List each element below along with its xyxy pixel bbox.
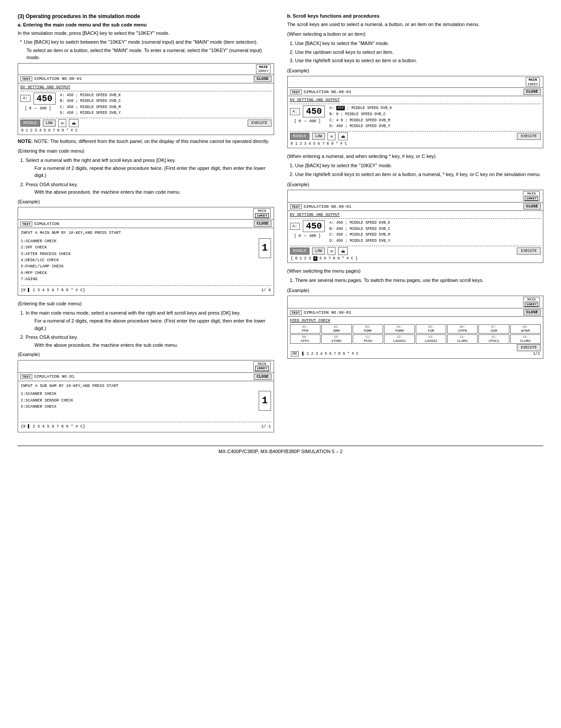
sim-numpad-text-2: {0 ▌ 2 3 4 5 6 7 8 9 * # C} <box>21 287 85 293</box>
sim-numpad-divider-3 <box>21 422 271 422</box>
step-main-1: Select a numeral with the right and left… <box>26 157 274 179</box>
sim-btn-middle-1[interactable]: MIDDLE <box>20 120 40 127</box>
sim-numpad-text-3: {0 ▌ 2 3 4 5 6 7 8 9 * # C} <box>21 424 85 430</box>
step-main-2: Press OSA shortcut key. With the above p… <box>26 181 274 196</box>
sim-screen-4: MAIN 10KEY TEST SIMULATION NO.08-01 CLOS… <box>287 76 544 148</box>
sim-numpad-divider-2 <box>21 285 271 286</box>
sim-btn-low-5[interactable]: LOW <box>312 248 325 255</box>
sim-icon-envelope-5[interactable]: ✉ <box>328 247 335 255</box>
sim-a-label-1: A: <box>20 95 30 102</box>
sim-close-btn-1[interactable]: CLOSE <box>254 76 271 82</box>
list-item-2-5: 5:PANEL/LAMP CHECK <box>21 263 254 270</box>
section-a-heading: a. Entering the main code menu and the s… <box>18 22 274 27</box>
sim-mode-box-5: MAIN 10KEY <box>523 191 540 201</box>
sim-list-items-3: 1:SCANNER CHECK 2:SCANNER SENSOR CHECK 5… <box>21 391 254 410</box>
list-item-3-5: 5:SCANNER CHECX <box>21 404 254 410</box>
sim-execute-btn-1[interactable]: EXECUTE <box>248 120 271 127</box>
sim-close-btn-6[interactable]: CLOSE <box>523 309 541 315</box>
cell-02: 02:RRM <box>321 324 352 334</box>
param-d-1: D: 450 ; MIDDLE SPEED DVB_Y <box>60 110 121 116</box>
steps-numeral-list: Use [BACK] key to select the "10KEY" mod… <box>295 162 544 178</box>
sim-screen-3-mode: MAIN 10KEY <box>253 361 270 372</box>
footer-text: MX-C400P/C380P, MX-B400P/B380P SIMULATIO… <box>218 449 343 454</box>
sim-mode-10key-6: 10KEY <box>525 302 538 307</box>
param-c-4: C: 4 0 ; MIDDLE SPEED DVB_M <box>329 118 392 124</box>
step-main-1-indent: For a numeral of 2 digits, repeat the ab… <box>34 165 274 179</box>
sim-icon-mountain-1[interactable]: ⛰ <box>69 119 79 127</box>
sim-numpad-row-1: 0 1 2 3 4 5 6 7 8 9 * # C <box>20 128 271 133</box>
step-sub-2-indent: With the above procedure, the machine en… <box>34 341 274 349</box>
when-numeral: (When entering a numeral, and when selec… <box>287 153 544 160</box>
sim-screen-4-title: SIMULATION NO.08-01 <box>304 90 351 94</box>
left-column: (3) Operating procedures in the simulati… <box>18 13 274 437</box>
list-item-2-6: 6:MFP CHECK <box>21 270 254 276</box>
sim-screen-5-titlerow: TEST SIMULATION NO.08-01 CLOSE <box>288 203 543 211</box>
sim-screen-3-topbar: MAIN 10KEY <box>18 360 274 373</box>
sim-execute-btn-4[interactable]: EXECUTE <box>517 133 541 140</box>
sim-btn-middle-5[interactable]: MIDDLE <box>290 248 310 255</box>
sim-btn-low-4[interactable]: LOW <box>312 133 325 140</box>
sim-num-indicator-2: 1 <box>259 238 271 258</box>
sim-screen-5-mode: MAIN 10KEY <box>523 191 540 201</box>
sim-mode-main-1: MAIN <box>258 65 268 69</box>
sim-screen-4-body: DV SETTING AND OUTPUT A: 450 [ 0 ～ 600 ]… <box>288 96 543 147</box>
sim-numpad-text-5: { 0 1 2 3 4 5 6 7 8 9 * # C } <box>291 256 358 261</box>
sim-btn-middle-4[interactable]: MIDDLE <box>290 133 310 140</box>
sim-numpad-footer-2: {0 ▌ 2 3 4 5 6 7 8 9 * # C} 1/ 9 <box>21 287 271 293</box>
sim-screen-3: MAIN 10KEY TEST SIMULATION NO.01 CLOSE I… <box>18 360 274 432</box>
example-button: (Example) <box>287 67 544 75</box>
param-c-1: C: 450 ; MIDDLE SPEED DVB_M <box>60 105 121 111</box>
sim-screen-4-mode: MAIN 10KEY <box>526 77 540 86</box>
entering-sub-label: (Entering the sub code menu) <box>18 300 274 308</box>
sim-list-items-2: 1:SCANNER CHECK 2:SPF CHECK 3:AFTER PROC… <box>21 238 254 283</box>
sim-numpad-row-4: 0 1 2 3 4 5 6 7 8 9 * # C <box>290 142 541 146</box>
sim-mode-10key-2: 10KEY <box>255 213 268 218</box>
sim-mode-main-5: MAIN <box>525 191 538 196</box>
sim-params-5: A: 450 ; MIDDLE SPEED DVB_K B: 450 ; MID… <box>329 220 390 244</box>
list-item-2-7: 7:AGING <box>21 276 254 282</box>
section-b-heading: b. Scroll keys functions and procedures <box>287 13 544 19</box>
sim-icon-envelope-4[interactable]: ✉ <box>328 132 335 140</box>
sim-execute-btn-5[interactable]: EXECUTE <box>517 248 541 255</box>
sim-screen-3-body: INPUT A SUB NUM BY 10-KEY,AND PRESS STAR… <box>18 381 274 432</box>
sim-list-content-2: 1:SCANNER CHECK 2:SPF CHECK 3:AFTER PROC… <box>21 238 271 283</box>
sim-num-indicator-3: 1 <box>259 391 271 411</box>
sim-icon-mountain-5[interactable]: ⛰ <box>338 247 348 255</box>
asterisk-star: * <box>20 39 22 45</box>
step-button-1: Use [BACK] key to select the "MAIN" mode… <box>295 40 544 48</box>
sim-screen-6-mode: MAIN 10KEY <box>523 297 540 307</box>
sim-subtitle-1: DV SETTING AND OUTPUT <box>20 85 271 90</box>
sim-screen-1-title: SIMULATION NO.08-01 <box>34 76 82 81</box>
cell-09: 09:CPFC <box>290 334 320 344</box>
sim-execute-btn-6[interactable]: EXECUTE <box>517 344 541 351</box>
sim-icon-mountain-4[interactable]: ⛰ <box>338 132 348 140</box>
sim-btn-low-1[interactable]: LOW <box>43 120 56 127</box>
sim-screen-6-topbar: MAIN 10KEY <box>288 296 543 308</box>
sim-params-4: A: 450 ; MIDDLE SPEED DVB_K B: 0 ; MIDDL… <box>329 105 392 129</box>
sim-screen-5: MAIN 10KEY TEST SIMULATION NO.08-01 CLOS… <box>287 190 544 263</box>
sim-test-badge-3: TEST <box>20 374 32 379</box>
sim-screen-1-body: DV SETTING AND OUTPUT A: 450 [ 0 ～ 600 ]… <box>18 83 274 135</box>
sim-close-btn-5[interactable]: CLOSE <box>523 203 541 210</box>
sim-mode-10key-5: 10KEY <box>525 196 538 201</box>
step-button-3: Use the right/left scroll keys to select… <box>295 57 544 65</box>
entering-main-label: (Entering the main code menu) <box>18 147 274 155</box>
sim-screen-1-titlerow: TEST SIMULATION NO.08-01 CLOSE <box>18 75 274 83</box>
param-c-5: C: 450 ; MIDDLE SPEED DVB_M <box>329 232 390 238</box>
sim-icon-envelope-1[interactable]: ✉ <box>58 119 66 127</box>
section-b-intro: The scroll keys are used to select a num… <box>287 21 544 28</box>
sim-close-btn-2[interactable]: CLOSE <box>254 221 271 227</box>
cell-10: 10:1TURC <box>321 334 352 344</box>
sim-close-btn-3[interactable]: CLOSE <box>254 374 271 380</box>
sim-close-btn-4[interactable]: CLOSE <box>523 89 541 95</box>
cell-11: 11:PCSS <box>353 334 383 344</box>
asterisk-note-1: * Use [BACK] key to switch between the "… <box>20 39 274 45</box>
sim-buttons-row-1: MIDDLE LOW ✉ ⛰ EXECUTE <box>20 118 271 127</box>
sim-mode-box-3: MAIN 10KEY <box>253 361 270 372</box>
steps-sub-list: In the main code menu mode, select a num… <box>26 309 274 349</box>
example-label-2: (Example) <box>18 351 274 358</box>
cell-04: 04:POMR <box>384 324 414 334</box>
sim-range-1: [ 0 ～ 600 ] <box>25 106 51 111</box>
example-label-1: (Example) <box>18 198 274 206</box>
cell-03: 03:POMF <box>353 324 383 334</box>
